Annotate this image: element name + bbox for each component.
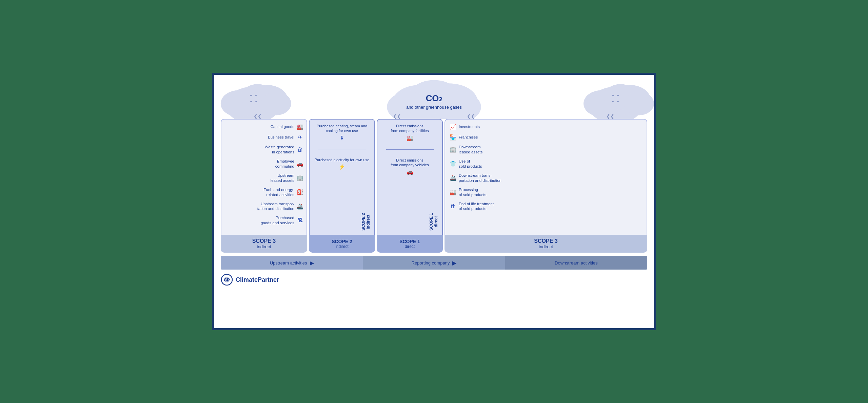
scope1-bottom-title: SCOPE 1: [399, 239, 420, 244]
purchased-electricity-item: Purchased electricity for own use ⚡: [315, 157, 369, 170]
scope1-bottom-sub: direct: [399, 244, 420, 249]
upstream-leased-item: Upstreamleased assets 🏢: [224, 173, 304, 183]
footer: CP ClimatePartner: [214, 270, 654, 290]
downstream-transport-icon: 🚢: [449, 175, 457, 181]
svg-text:⌃⌃: ⌃⌃: [610, 100, 620, 107]
purchased-goods-item: Purchasedgoods and services 🏗: [224, 215, 304, 226]
scope3-upstream-panel: Capital goods 🏭 Business travel ✈ Waste …: [221, 119, 307, 235]
investments-label: Investments: [459, 124, 480, 129]
direct-emissions-vehicles-label: Direct emissionsfrom company vehicles: [391, 158, 429, 168]
scope1-vertical-label: SCOPE 1 direct: [429, 213, 439, 231]
employee-commuting-label: Employeecommuting: [275, 159, 294, 169]
direct-emissions-facilities-icon: 🏭: [391, 135, 429, 141]
scope2-sub: indirect: [366, 215, 371, 229]
downstream-activities-section: Downstream activities: [505, 256, 647, 270]
purchased-electricity-label: Purchased electricity for own use: [315, 157, 369, 162]
direct-emissions-vehicles-item: Direct emissionsfrom company vehicles 🚗: [391, 158, 429, 175]
processing-sold-item: 🏭 Processingof sold products: [449, 187, 644, 197]
scope-bottom-bars: SCOPE 3 indirect SCOPE 2 indirect SCOPE …: [214, 235, 654, 253]
franchises-label: Franchises: [459, 135, 478, 140]
svg-text:CP: CP: [224, 277, 230, 282]
scope3-downstream-panel: 📈 Investments 🏪 Franchises 🏢 Downstreaml…: [445, 119, 647, 235]
scope2-bottom: SCOPE 2 indirect: [309, 235, 375, 253]
processing-sold-label: Processingof sold products: [459, 187, 486, 197]
svg-point-4: [261, 92, 291, 115]
svg-text:❮❮: ❮❮: [393, 113, 401, 119]
investments-item: 📈 Investments: [449, 124, 644, 130]
scope1-panel: Direct emissionsfrom company facilities …: [377, 119, 443, 235]
downstream-activities-label: Downstream activities: [555, 260, 597, 266]
clouds-section: ⌃⌃ ⌃⌃ CO₂ and other greenhouse gases: [214, 75, 654, 119]
end-of-life-item: 🗑 End of life treatmentof sold products: [449, 202, 644, 212]
scope2-panel: Purchased heating, steam and cooling for…: [309, 119, 375, 235]
scope3-left-bottom: SCOPE 3 indirect: [221, 235, 307, 253]
waste-generated-item: Waste generatedin operations 🗑: [224, 145, 304, 155]
scope3-right-title: SCOPE 3: [534, 238, 557, 244]
fuel-energy-label: Fuel- and energy-related activities: [263, 187, 294, 197]
use-sold-products-icon: 👕: [449, 161, 457, 167]
scope3-right-sub: indirect: [534, 244, 557, 249]
activity-bar: Upstream activities ▶ Reporting company …: [221, 256, 647, 270]
purchased-heating-icon: 🌡: [312, 135, 372, 141]
downstream-leased-icon: 🏢: [449, 146, 457, 153]
purchased-electricity-icon: ⚡: [315, 164, 369, 170]
reporting-company-section: Reporting company ▶: [363, 256, 505, 270]
reporting-arrow: ▶: [452, 260, 456, 266]
logo-icon: CP: [221, 274, 233, 286]
business-travel-icon: ✈: [296, 134, 304, 141]
business-travel-label: Business travel: [268, 135, 294, 140]
downstream-transport-item: 🚢 Downstream trans-portation and distrib…: [449, 173, 644, 183]
reporting-company-label: Reporting company: [412, 260, 450, 266]
scope3-left-sub: indirect: [252, 244, 276, 249]
scope1-bottom: SCOPE 1 direct: [377, 235, 443, 253]
scope1-bottom-label: SCOPE 1 direct: [399, 239, 420, 249]
direct-emissions-vehicles-icon: 🚗: [391, 169, 429, 175]
scope3-left-title: SCOPE 3: [252, 238, 276, 244]
waste-generated-icon: 🗑: [296, 147, 304, 153]
employee-commuting-item: Employeecommuting 🚗: [224, 159, 304, 169]
upstream-activities-section: Upstream activities ▶: [221, 256, 363, 270]
panels-row: Capital goods 🏭 Business travel ✈ Waste …: [214, 119, 654, 235]
outer-frame: ⌃⌃ ⌃⌃ CO₂ and other greenhouse gases: [212, 73, 656, 330]
scope2-bottom-sub: indirect: [332, 244, 352, 249]
upstream-transport-item: Upstream transpor-tation and distributio…: [224, 202, 304, 212]
processing-sold-icon: 🏭: [449, 189, 457, 195]
employee-commuting-icon: 🚗: [296, 161, 304, 167]
clouds-svg: ⌃⌃ ⌃⌃ CO₂ and other greenhouse gases: [214, 75, 654, 119]
scope3-left-label: SCOPE 3 indirect: [252, 238, 276, 249]
investments-icon: 📈: [449, 124, 457, 130]
use-sold-products-item: 👕 Use ofsold products: [449, 159, 644, 169]
upstream-arrow: ▶: [310, 260, 314, 266]
upstream-transport-icon: 🚢: [296, 203, 304, 210]
waste-generated-label: Waste generatedin operations: [265, 145, 294, 155]
svg-text:⌃⌃: ⌃⌃: [249, 100, 259, 107]
svg-text:❮❮: ❮❮: [467, 113, 475, 119]
scope2-bottom-title: SCOPE 2: [332, 239, 352, 244]
svg-point-17: [624, 92, 654, 115]
scope3-right-label: SCOPE 3 indirect: [534, 238, 557, 249]
scope3-right-bottom: SCOPE 3 indirect: [445, 235, 647, 253]
business-travel-item: Business travel ✈: [224, 134, 304, 141]
end-of-life-icon: 🗑: [449, 203, 457, 209]
purchased-heating-item: Purchased heating, steam and cooling for…: [312, 124, 372, 141]
capital-goods-icon: 🏭: [296, 124, 304, 130]
direct-emissions-facilities-label: Direct emissionsfrom company facilities: [391, 124, 429, 133]
capital-goods-item: Capital goods 🏭: [224, 124, 304, 130]
downstream-leased-label: Downstreamleased assets: [459, 145, 482, 155]
downstream-transport-label: Downstream trans-portation and distribut…: [459, 173, 501, 183]
upstream-leased-label: Upstreamleased assets: [271, 173, 294, 183]
layout: ⌃⌃ ⌃⌃ CO₂ and other greenhouse gases: [214, 75, 654, 290]
fuel-energy-item: Fuel- and energy-related activities ⛽: [224, 187, 304, 197]
direct-emissions-facilities-item: Direct emissionsfrom company facilities …: [391, 124, 429, 141]
capital-goods-label: Capital goods: [271, 124, 294, 129]
svg-text:❮❮: ❮❮: [606, 113, 614, 119]
scope2-title: SCOPE 2: [361, 213, 366, 231]
scope2-vertical-label: SCOPE 2 indirect: [361, 213, 371, 231]
upstream-leased-icon: 🏢: [296, 175, 304, 181]
franchises-icon: 🏪: [449, 134, 457, 141]
purchased-goods-label: Purchasedgoods and services: [261, 215, 294, 226]
co2-formula: CO₂: [426, 93, 442, 103]
scope2-bottom-label: SCOPE 2 indirect: [332, 239, 352, 249]
co2-subtitle: and other greenhouse gases: [406, 105, 462, 110]
fuel-energy-icon: ⛽: [296, 189, 304, 195]
